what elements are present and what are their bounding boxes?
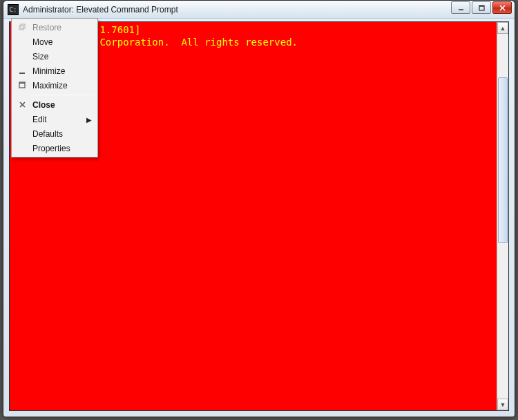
menu-item-close[interactable]: Close [13,97,96,112]
restore-icon [17,23,27,32]
maximize-icon [17,81,27,90]
app-window: C: Administrator: Elevated Command Promp… [3,0,515,417]
minimize-button[interactable] [451,1,470,14]
close-icon [17,100,27,110]
menu-label: Size [32,52,48,61]
menu-item-edit[interactable]: Edit ▶ [13,112,96,126]
submenu-arrow-icon: ▶ [86,115,92,123]
scroll-down-button[interactable]: ▼ [497,399,508,410]
menu-label: Close [32,100,55,110]
close-button[interactable] [492,1,512,14]
menu-item-move[interactable]: Move [13,35,96,49]
scroll-thumb[interactable] [498,77,508,243]
menu-item-maximize[interactable]: Maximize [13,78,96,93]
svg-rect-6 [19,26,23,30]
menu-label: Minimize [32,66,65,76]
window-controls [450,1,512,14]
menu-label: Move [32,37,52,47]
menu-item-restore: Restore [13,20,96,35]
menu-item-size[interactable]: Size [13,49,96,64]
system-menu: Restore Move Size Minimize Maximize Clos… [11,18,98,158]
vertical-scrollbar[interactable]: ▲ ▼ [497,22,508,410]
maximize-button[interactable] [472,1,491,14]
menu-label: Defaults [32,129,63,139]
menu-item-minimize[interactable]: Minimize [13,64,96,78]
scroll-track[interactable] [497,34,508,399]
system-menu-icon[interactable]: C: [8,4,19,15]
menu-item-properties[interactable]: Properties [13,141,96,155]
scroll-up-button[interactable]: ▲ [497,22,508,34]
svg-rect-5 [21,24,25,28]
menu-separator [32,95,95,95]
window-title: Administrator: Elevated Command Prompt [23,5,178,15]
menu-item-defaults[interactable]: Defaults [13,126,96,141]
menu-label: Properties [32,144,70,153]
title-bar[interactable]: C: Administrator: Elevated Command Promp… [3,1,515,19]
menu-label: Edit [32,115,47,124]
menu-label: Restore [32,23,61,32]
menu-label: Maximize [32,81,68,90]
minimize-icon [17,66,27,76]
